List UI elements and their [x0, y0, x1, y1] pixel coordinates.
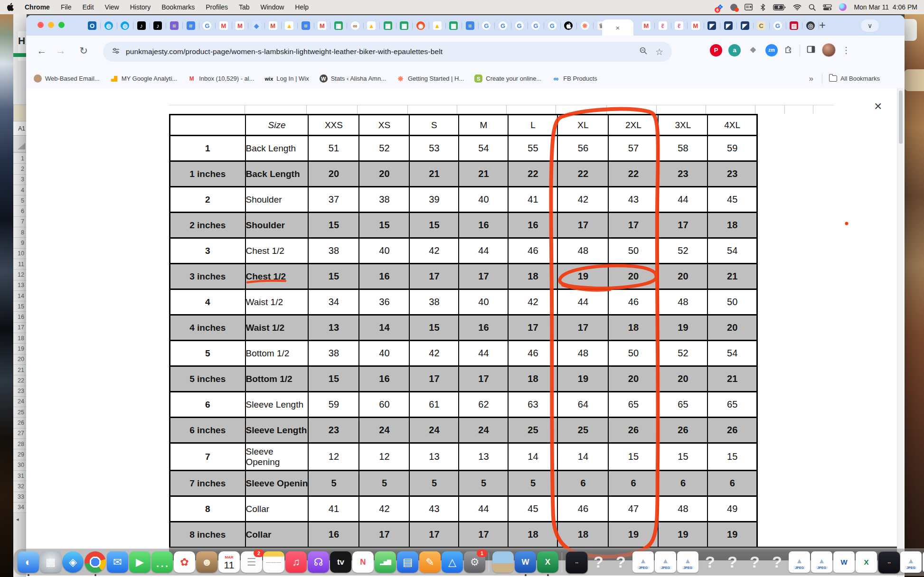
dock-icon-preview-gallery[interactable]: [492, 551, 514, 573]
dropbox-extension-icon[interactable]: ❖: [747, 44, 759, 56]
dock-icon-keynote[interactable]: ▤: [397, 551, 418, 573]
sheet-row-header[interactable]: 16: [13, 312, 27, 322]
control-center-icon[interactable]: [823, 2, 832, 12]
bookmark-item[interactable]: MInbox (10,529) - al...: [188, 74, 254, 83]
sheet-row-header[interactable]: 23: [13, 386, 27, 397]
sheet-row-header[interactable]: 7: [13, 217, 27, 227]
battery-icon[interactable]: [773, 2, 786, 12]
tab-favicon-usps[interactable]: ◤: [741, 21, 749, 30]
dock-file-poster[interactable]: ▪▪: [878, 551, 899, 573]
tab-favicon-sheets[interactable]: ▦: [334, 21, 343, 30]
menu-bookmarks[interactable]: Bookmarks: [161, 3, 195, 11]
dock-icon-news[interactable]: N: [352, 551, 374, 573]
sheet-row-header[interactable]: 14: [13, 291, 27, 301]
dock-file-question[interactable]: ?: [699, 551, 721, 573]
dock-icon-facetime[interactable]: ▶: [129, 551, 151, 573]
tab-favicon-drive[interactable]: ▲: [433, 21, 442, 30]
tab-favicon-google[interactable]: G: [773, 21, 782, 30]
sheet-row-header[interactable]: 18: [13, 333, 27, 344]
sheet-row-header[interactable]: 25: [13, 407, 27, 418]
dock-icon-launchpad[interactable]: ▦: [40, 551, 61, 573]
lightbox-close-icon[interactable]: ×: [874, 100, 882, 113]
tab-search-button[interactable]: ∨: [861, 19, 879, 32]
menu-window[interactable]: Window: [261, 3, 284, 11]
sheet-row-header[interactable]: 32: [13, 481, 27, 492]
dock-file-jpeg[interactable]: ▲JPEG: [811, 551, 832, 573]
dock-file-poster[interactable]: ▪▪: [566, 551, 587, 573]
tab-favicon-google[interactable]: G: [203, 21, 211, 30]
zoom-extension-icon[interactable]: zm: [765, 44, 778, 56]
forward-button[interactable]: →: [54, 45, 68, 56]
bookmark-item[interactable]: SCreate your online...: [474, 74, 541, 83]
dock-icon-excel[interactable]: X: [537, 551, 558, 573]
tab-favicon-google[interactable]: G: [515, 21, 524, 30]
scrollbar-thumb[interactable]: [899, 91, 903, 144]
minimize-window-button[interactable]: [48, 22, 54, 28]
tab-favicon-blue-diamond[interactable]: ◆: [252, 21, 261, 30]
dock-icon-notes[interactable]: ———: [263, 551, 284, 573]
tab-favicon-google[interactable]: G: [531, 21, 540, 30]
dock-icon-system-settings[interactable]: ⚙1: [464, 551, 485, 573]
apple-menu-icon[interactable]: [7, 2, 14, 12]
menu-history[interactable]: History: [130, 3, 151, 11]
dock-icon-music[interactable]: ♫: [285, 551, 307, 573]
page-scrollbar[interactable]: [897, 88, 904, 577]
dock-icon-reminders[interactable]: ☰2: [241, 551, 262, 573]
tab-favicon-gmail[interactable]: M: [219, 21, 228, 30]
tab-favicon-pink-script[interactable]: ℓ: [659, 21, 667, 30]
dock-icon-word[interactable]: W: [515, 551, 536, 573]
dock-icon-chrome[interactable]: [85, 551, 106, 573]
bluetooth-icon[interactable]: [760, 2, 766, 12]
dock-file-docw[interactable]: W: [833, 551, 855, 573]
tab-favicon-purple-list[interactable]: ≡: [170, 21, 179, 30]
tab-favicon-pretzel[interactable]: ∞: [351, 21, 359, 30]
dock-file-question[interactable]: ?: [588, 551, 609, 573]
profile-avatar[interactable]: [822, 43, 836, 57]
sheet-row-header[interactable]: 8: [13, 227, 27, 238]
menu-edit[interactable]: Edit: [82, 3, 94, 11]
menu-help[interactable]: Help: [295, 3, 309, 11]
menu-tab[interactable]: Tab: [239, 3, 250, 11]
tab-favicon-orange-circle[interactable]: ◉: [416, 21, 425, 30]
tab-favicon-google[interactable]: G: [482, 21, 490, 30]
dock-icon-numbers[interactable]: ▂▅▇: [375, 551, 396, 573]
sheet-row-header[interactable]: 26: [13, 418, 27, 428]
dock-icon-pages[interactable]: ✎: [419, 551, 441, 573]
dock-file-question[interactable]: ?: [744, 551, 765, 573]
menu-profiles[interactable]: Profiles: [206, 3, 228, 11]
url-text[interactable]: punkmajesty.com/product-page/women-s-lam…: [126, 47, 443, 56]
tab-favicon-sheets[interactable]: ▦: [400, 21, 408, 30]
dock-icon-photos[interactable]: ✿: [174, 551, 195, 573]
tab-favicon-hubspot[interactable]: ❋: [581, 21, 589, 30]
sheet-row-header[interactable]: 22: [13, 375, 27, 386]
site-info-icon[interactable]: [112, 47, 120, 57]
tab-favicon-gmail[interactable]: M: [642, 21, 651, 30]
sheet-row-header[interactable]: 29: [13, 449, 27, 460]
active-tab[interactable]: ×: [602, 19, 633, 36]
sheet-row-header[interactable]: 30: [13, 460, 27, 471]
dock-icon-podcasts[interactable]: ☊: [308, 551, 329, 573]
sheet-row-header[interactable]: 24: [13, 397, 27, 407]
dock-icon-messages[interactable]: …: [151, 551, 173, 573]
reload-button[interactable]: ↻: [76, 45, 91, 56]
sheet-row-header[interactable]: 20: [13, 354, 27, 365]
amazon-assistant-extension-icon[interactable]: a: [728, 44, 741, 56]
dock-file-jpeg[interactable]: ▲JPEG: [655, 551, 676, 573]
dropbox-icon[interactable]: ❖6: [717, 2, 723, 12]
tab-favicon-apple[interactable]: [564, 21, 573, 30]
tab-favicon-gold-script[interactable]: C: [757, 21, 765, 30]
dock-file-jpeg[interactable]: ▲JPEG: [632, 551, 654, 573]
dock-icon-app-store[interactable]: △: [442, 551, 463, 573]
meeting-dot-icon[interactable]: [730, 2, 737, 12]
dock-file-question[interactable]: ?: [766, 551, 788, 573]
sheet-row-header[interactable]: 17: [13, 323, 27, 333]
tab-favicon-google[interactable]: G: [499, 21, 507, 30]
sheet-row-header[interactable]: 31: [13, 471, 27, 481]
tab-favicon-drive[interactable]: ▲: [367, 21, 376, 30]
tab-favicon-blue-doc[interactable]: ≡: [302, 21, 310, 30]
tab-favicon-sheets[interactable]: ▦: [384, 21, 392, 30]
siri-icon[interactable]: [839, 2, 847, 12]
address-bar[interactable]: punkmajesty.com/product-page/women-s-lam…: [103, 42, 672, 62]
bookmark-star-icon[interactable]: ☆: [655, 47, 663, 57]
side-panel-icon[interactable]: [806, 45, 816, 56]
